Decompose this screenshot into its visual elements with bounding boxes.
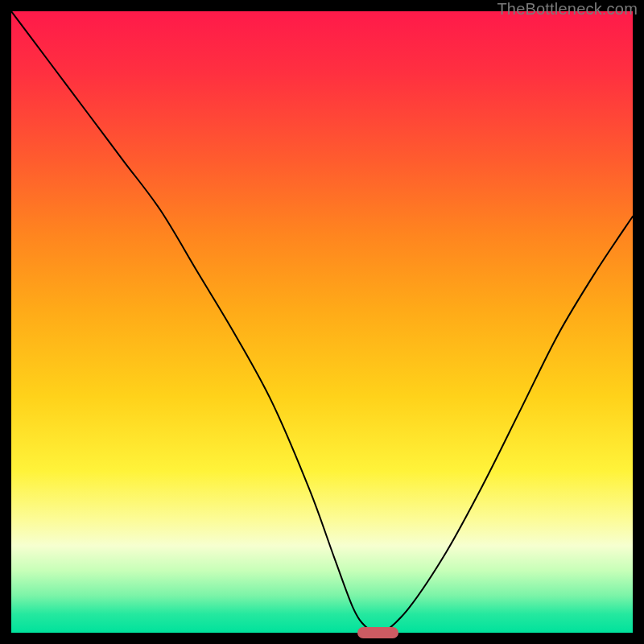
plot-area bbox=[11, 11, 633, 633]
watermark-text: TheBottleneck.com bbox=[497, 0, 638, 19]
bottleneck-curve bbox=[11, 11, 633, 633]
curve-path bbox=[11, 11, 633, 633]
optimum-marker bbox=[357, 627, 398, 638]
chart-frame: TheBottleneck.com bbox=[0, 0, 644, 644]
